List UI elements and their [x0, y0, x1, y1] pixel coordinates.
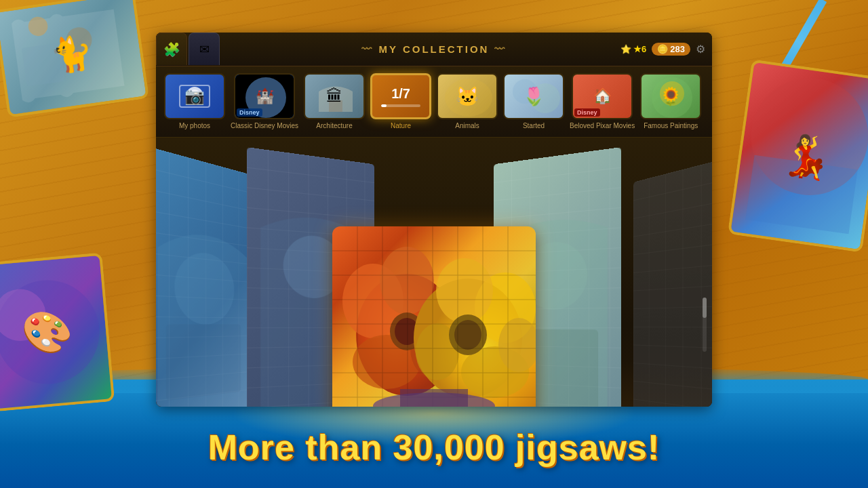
scroll-thumb [703, 298, 707, 318]
settings-button[interactable]: ⚙ [696, 43, 705, 56]
nav-bar: 🧩 ✉ [156, 33, 220, 65]
star-icon: ⭐ [620, 44, 631, 54]
category-thumb-animals: 🐱 [437, 73, 498, 119]
center-puzzle[interactable] [332, 226, 536, 407]
nav-puzzle-btn[interactable]: 🧩 [156, 33, 187, 65]
category-label-nature: Nature [391, 122, 411, 130]
right-panel-2[interactable] [633, 160, 712, 407]
category-label-pixar: Beloved Pixar Movies [570, 122, 635, 130]
bottom-tagline: More than 30,000 jigsaws! [0, 427, 868, 468]
coin-count: 283 [670, 44, 685, 54]
nav-mail-btn[interactable]: ✉ [189, 33, 220, 65]
star-count: ★6 [633, 44, 646, 54]
svg-rect-55 [400, 389, 468, 407]
category-nature[interactable]: 1/7 Nature [370, 73, 431, 130]
category-label-photos: My photos [179, 122, 210, 130]
category-classic-disney[interactable]: 🏰 Disney Classic Disney Movies [231, 73, 298, 130]
coin-icon: 🪙 [657, 44, 668, 54]
nature-progress-bar [381, 104, 421, 107]
category-thumb-nature: 1/7 [370, 73, 431, 119]
nature-progress-text: 1/7 [391, 86, 410, 102]
collection-title: MY COLLECTION [361, 43, 507, 55]
category-thumb-pixar: 🏠 Disney [572, 73, 633, 119]
category-started[interactable]: 🌷 Started [503, 73, 564, 130]
category-thumb-photos: 📷 [164, 73, 225, 119]
svg-point-39 [454, 320, 481, 350]
nature-progress-fill [381, 104, 387, 107]
category-label-paintings: Famous Paintings [644, 122, 698, 130]
puzzle-showcase: © 2021 Disney/Pixar [156, 138, 712, 407]
scroll-indicator [703, 298, 707, 352]
category-label-arch: Architecture [316, 122, 352, 130]
category-my-photos[interactable]: 📷 My photos [164, 73, 225, 130]
category-thumb-started: 🌷 [503, 73, 564, 119]
corner-puzzle-bl: 🎨 [0, 253, 115, 412]
puzzle-image [332, 226, 536, 407]
category-thumb-paintings: 🌻 [640, 73, 701, 119]
panel-lines-r2 [633, 160, 712, 407]
category-label-animals: Animals [455, 122, 479, 130]
main-panel: MY COLLECTION ⭐ ★6 🪙 283 ⚙ [156, 33, 712, 407]
category-pixar[interactable]: 🏠 Disney Beloved Pixar Movies [570, 73, 635, 130]
corner-puzzle-tr: 💃 [728, 59, 868, 252]
category-architecture[interactable]: 🏛 Architecture [304, 73, 365, 130]
star-badge: ⭐ ★6 [620, 44, 646, 54]
category-thumb-disney: 🏰 Disney [234, 73, 295, 119]
left-panel-2[interactable] [156, 147, 254, 407]
category-thumb-arch: 🏛 [304, 73, 365, 119]
categories-row: 📷 My photos 🏰 Disney Classic Disney Movi… [156, 66, 712, 138]
header-bar: MY COLLECTION ⭐ ★6 🪙 283 ⚙ [156, 33, 712, 66]
svg-point-35 [436, 258, 493, 323]
category-label-disney: Classic Disney Movies [231, 122, 298, 130]
header-actions: ⭐ ★6 🪙 283 ⚙ [620, 43, 705, 56]
corner-puzzle-tl: 🐈 [0, 0, 149, 118]
svg-rect-23 [166, 325, 241, 401]
category-paintings[interactable]: 🌻 Famous Paintings [640, 73, 701, 130]
category-label-started: Started [523, 122, 545, 130]
category-animals[interactable]: 🐱 Animals [437, 73, 498, 130]
coin-badge: 🪙 283 [652, 43, 690, 56]
